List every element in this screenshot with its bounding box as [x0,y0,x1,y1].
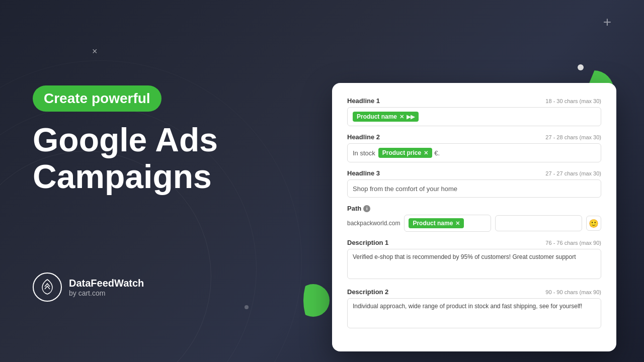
main-title: Google Ads Campaigns [33,122,218,195]
headline1-tag-label: Product name [357,113,397,120]
headline2-suffix: €. [434,149,440,157]
headline2-tag: Product price ✕ [378,148,432,158]
headline3-char-count: 27 - 27 chars (max 30) [545,170,601,176]
headline1-char-count: 18 - 30 chars (max 30) [545,98,601,104]
path-tag: Product name ✕ [409,218,464,228]
desc1-char-count: 76 - 76 chars (max 90) [545,240,601,246]
headline1-tag: Product name ✕ ▶▶ [353,112,419,122]
path-label-row: Path i [347,205,601,212]
headline1-group: Headline 1 18 - 30 chars (max 30) Produc… [347,97,601,126]
desc2-textarea[interactable] [347,298,601,328]
desc1-label: Description 1 [347,239,388,246]
left-panel: Create powerful Google Ads Campaigns [33,85,218,220]
logo-text: DataFeedWatch by cart.com [69,277,144,297]
logo-sub: by cart.com [69,289,144,297]
path-domain: backpackworld.com [347,220,400,227]
headline3-input[interactable] [347,179,601,198]
headline1-header: Headline 1 18 - 30 chars (max 30) [347,97,601,105]
desc1-textarea[interactable] [347,249,601,279]
desc2-header: Description 2 90 - 90 chars (max 90) [347,288,601,296]
close-icon[interactable]: × [92,46,98,57]
headline2-tag-remove[interactable]: ✕ [424,150,428,156]
headline2-char-count: 27 - 28 chars (max 30) [545,134,601,140]
path-info-icon: i [363,205,370,212]
desc2-char-count: 90 - 90 chars (max 90) [545,289,601,295]
logo-circle [33,273,62,302]
path-group: Path i backpackworld.com Product name ✕ … [347,205,601,232]
path-tag-remove[interactable]: ✕ [455,220,460,227]
decorative-dot-bottom [245,305,249,309]
headline3-group: Headline 3 27 - 27 chars (max 30) [347,169,601,198]
headline1-tag-arrow: ▶▶ [407,114,415,120]
path-tag-label: Product name [413,220,453,227]
headline2-tag-label: Product price [382,149,421,156]
desc1-group: Description 1 76 - 76 chars (max 90) [347,239,601,281]
desc2-group: Description 2 90 - 90 chars (max 90) [347,288,601,330]
headline2-prefix: In stock [353,149,375,157]
headline3-label: Headline 3 [347,169,380,177]
headline2-group: Headline 2 27 - 28 chars (max 30) In sto… [347,133,601,162]
path-input-2[interactable] [495,215,582,231]
desc2-label: Description 2 [347,288,388,296]
badge-label: Create powerful [33,85,162,112]
emoji-button[interactable]: 🙂 [586,216,601,231]
headline2-label: Headline 2 [347,133,380,141]
headline1-tag-remove[interactable]: ✕ [399,114,404,120]
path-input-1[interactable]: Product name ✕ [404,215,491,232]
headline2-header: Headline 2 27 - 28 chars (max 30) [347,133,601,141]
headline3-header: Headline 3 27 - 27 chars (max 30) [347,169,601,177]
desc1-header: Description 1 76 - 76 chars (max 90) [347,239,601,246]
headline1-label: Headline 1 [347,97,380,105]
path-label: Path [347,205,361,212]
headline1-input[interactable]: Product name ✕ ▶▶ [347,107,601,126]
ads-form-card: Headline 1 18 - 30 chars (max 30) Produc… [332,83,616,351]
logo-name: DataFeedWatch [69,277,144,289]
logo-area: DataFeedWatch by cart.com [33,273,144,302]
path-row: backpackworld.com Product name ✕ 🙂 [347,215,601,232]
headline2-input[interactable]: In stock Product price ✕ €. [347,143,601,162]
plus-icon-top: + [603,15,611,29]
decorative-dot-top [578,64,584,70]
